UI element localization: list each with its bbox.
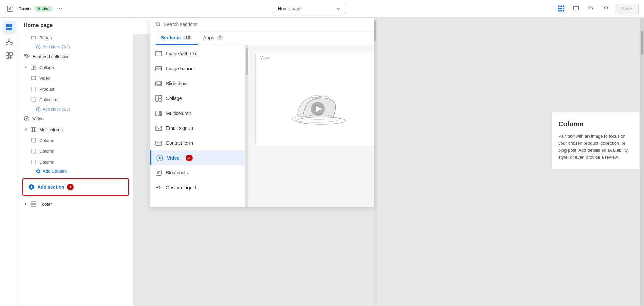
tree-item-column-1[interactable]: Column [18, 135, 133, 146]
more-options-button[interactable]: ··· [56, 6, 63, 12]
sidebar-apps-icon[interactable] [3, 35, 16, 48]
list-item-contact-form[interactable]: Contact form [150, 136, 245, 150]
tree-item-multicolumn[interactable]: Multicolumn [18, 124, 133, 135]
slideshow-icon [155, 80, 162, 87]
column-1-icon [30, 137, 37, 143]
list-item-video[interactable]: Video 2 [150, 150, 245, 165]
list-item-image-with-text[interactable]: Image with text [150, 46, 245, 61]
sidebar-add-icon[interactable] [3, 49, 16, 62]
svg-rect-58 [156, 95, 158, 101]
footer-arrow [24, 202, 28, 206]
multicolumn-arrow [24, 127, 28, 132]
svg-rect-14 [9, 53, 12, 55]
list-item-slideshow[interactable]: Slideshow [150, 76, 245, 91]
column-2-icon [30, 148, 37, 154]
svg-line-49 [159, 25, 161, 27]
add-block-1[interactable]: Add block (3/3) [18, 43, 133, 51]
add-section-button[interactable]: Add section 1 [22, 178, 129, 196]
list-item-multicolumn[interactable]: Multicolumn [150, 106, 245, 121]
collection-label: Collection [39, 97, 59, 102]
search-icon [156, 22, 161, 27]
svg-marker-67 [159, 157, 161, 159]
list-item-collage[interactable]: Collage [150, 91, 245, 106]
collection-icon [30, 97, 37, 103]
product-icon [30, 86, 37, 92]
save-button[interactable]: Save [615, 4, 639, 14]
svg-rect-4 [6, 24, 9, 27]
add-icon-2 [36, 107, 41, 112]
column-1-label: Column [39, 138, 54, 143]
top-bar-right: Save [555, 3, 639, 15]
svg-rect-50 [156, 51, 162, 56]
tree-item-footer[interactable]: Footer [18, 198, 133, 209]
add-icon-1 [36, 45, 41, 49]
tab-sections[interactable]: Sections 15 [156, 31, 198, 45]
svg-rect-36 [35, 127, 36, 132]
featured-collection-label: Featured collection [32, 54, 70, 59]
live-label: Live [41, 6, 49, 11]
list-item-email-signup[interactable]: Email signup [150, 121, 245, 136]
column-2-label: Column [39, 149, 54, 154]
image-text-icon [155, 50, 162, 57]
undo-button[interactable] [585, 3, 597, 15]
grid-view-button[interactable] [555, 3, 567, 15]
svg-rect-39 [31, 160, 36, 164]
list-item-blog-posts[interactable]: Blog posts [150, 165, 245, 180]
tree-item-collection[interactable]: Collection [18, 94, 133, 105]
top-bar-center: Home page [67, 4, 551, 14]
desktop-icon[interactable] [570, 3, 582, 15]
svg-rect-38 [31, 149, 36, 153]
list-item-image-banner-label: Image banner [166, 66, 195, 71]
tree-item-column-3[interactable]: Column [18, 157, 133, 167]
video-sub-label: Video [39, 76, 50, 81]
search-input[interactable] [164, 22, 368, 27]
tab-apps[interactable]: Apps 2 [198, 31, 229, 45]
svg-rect-24 [34, 65, 36, 67]
popup-right-scrollbar[interactable] [374, 18, 377, 306]
svg-rect-59 [159, 95, 162, 98]
top-bar: Dawn Live ··· Home page [0, 0, 644, 18]
svg-rect-15 [6, 56, 9, 59]
button-icon [30, 34, 37, 41]
monitor-icon [573, 5, 579, 12]
list-item-slideshow-label: Slideshow [166, 81, 187, 86]
svg-line-11 [8, 41, 9, 43]
collage-arrow [24, 65, 28, 69]
svg-rect-5 [9, 24, 12, 27]
preview-video-label: Video [256, 52, 374, 62]
add-column[interactable]: Add Column [18, 167, 133, 175]
main-canvas-scrollbar[interactable] [640, 18, 644, 306]
tree-item-featured-collection[interactable]: Featured collection [18, 51, 133, 62]
tree-item-video-section[interactable]: Video [18, 113, 133, 124]
chevron-down-icon [336, 7, 340, 11]
play-icon [24, 116, 30, 122]
redo-button[interactable] [600, 3, 612, 15]
add-block-2[interactable]: Add block (3/3) [18, 105, 133, 113]
list-item-video-label: Video [167, 155, 180, 161]
add-block-icon [5, 52, 13, 60]
tree-item-column-2[interactable]: Column [18, 146, 133, 157]
collage-list-icon [155, 95, 162, 102]
image-banner-icon [155, 65, 162, 72]
main-area: Home page Button Add block (3/3) Feature… [0, 18, 644, 306]
icon-sidebar [0, 18, 18, 306]
back-button[interactable] [5, 4, 15, 14]
undo-icon [588, 6, 594, 12]
liquid-icon [155, 184, 162, 191]
svg-point-9 [6, 42, 8, 44]
list-item-custom-liquid[interactable]: Custom Liquid [150, 180, 245, 195]
theme-name: Dawn [18, 6, 31, 11]
svg-rect-57 [157, 82, 161, 85]
tree-item-video-sub[interactable]: Video [18, 73, 133, 84]
svg-point-8 [8, 39, 10, 41]
tree-item-button[interactable]: Button [18, 32, 133, 43]
svg-point-22 [25, 55, 26, 56]
page-selector[interactable]: Home page [272, 4, 346, 14]
tree-item-product[interactable]: Product [18, 84, 133, 94]
svg-point-48 [156, 22, 160, 26]
tag-icon [24, 53, 30, 60]
sidebar-sections-icon[interactable] [3, 21, 16, 34]
tree-item-collage[interactable]: Collage [18, 62, 133, 73]
list-item-image-banner[interactable]: Image banner [150, 61, 245, 76]
popup-list-scrollbar[interactable] [245, 45, 248, 207]
